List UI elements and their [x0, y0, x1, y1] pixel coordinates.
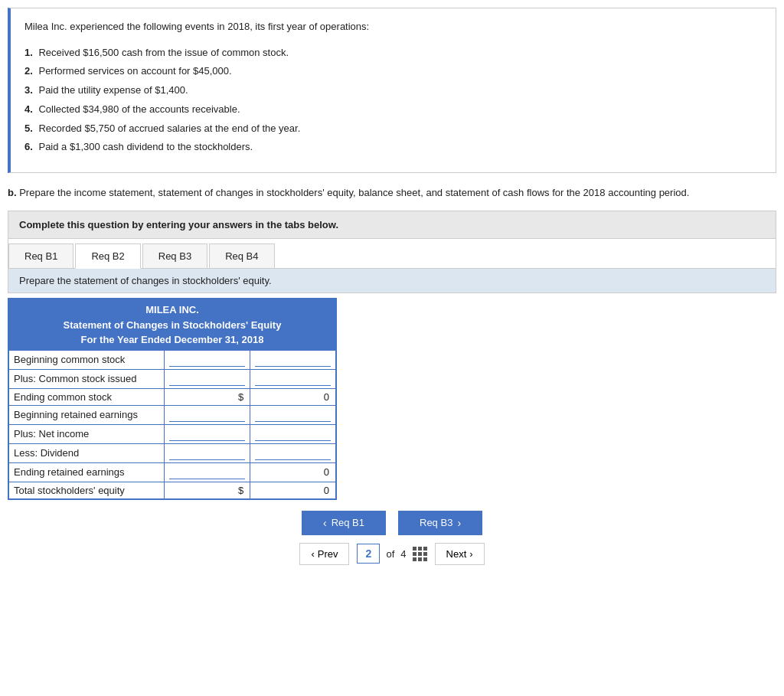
tabs-row: Req B1 Req B2 Req B3 Req B4: [8, 239, 776, 269]
input-plus-net-income-2[interactable]: [255, 427, 331, 441]
input-beginning-retained-2[interactable]: [255, 408, 331, 422]
next-button[interactable]: Next ›: [435, 543, 485, 565]
right-arrow-icon: ›: [457, 517, 461, 529]
problem-section: Milea Inc. experienced the following eve…: [8, 8, 776, 173]
row-label: Less: Dividend: [9, 443, 165, 462]
tab-instruction: Prepare the statement of changes in stoc…: [8, 269, 776, 292]
grid-icon[interactable]: [413, 547, 427, 561]
req-b3-label: Req B3: [420, 517, 452, 528]
next-arrow-icon: ›: [469, 548, 472, 560]
input-plus-common-issued-2[interactable]: [255, 372, 331, 386]
value-cell: 0: [250, 482, 336, 498]
input-beginning-retained-1[interactable]: [169, 408, 245, 422]
req-b1-button[interactable]: ‹ Req B1: [302, 511, 386, 535]
value-cell: 0: [250, 462, 336, 482]
financial-section: MILEA INC. Statement of Changes in Stock…: [8, 298, 776, 500]
value-cell[interactable]: [250, 350, 336, 369]
left-arrow-icon: ‹: [323, 517, 327, 529]
prev-button[interactable]: ‹ Prev: [299, 543, 349, 565]
bottom-nav: ‹ Prev 2 of 4 Next ›: [0, 543, 784, 565]
row-label: Plus: Common stock issued: [9, 369, 165, 388]
input-cell: $: [165, 388, 250, 405]
input-cell[interactable]: [165, 350, 250, 369]
total-pages: 4: [400, 548, 406, 560]
input-cell[interactable]: [165, 424, 250, 443]
part-b: b. Prepare the income statement, stateme…: [8, 185, 776, 201]
value-cell[interactable]: [250, 369, 336, 388]
tab-req-b1[interactable]: Req B1: [8, 243, 74, 268]
part-b-label: b.: [8, 187, 17, 198]
input-less-dividend-1[interactable]: [169, 446, 245, 460]
list-item: 3. Paid the utility expense of $1,400.: [24, 83, 762, 99]
tab-req-b2[interactable]: Req B2: [75, 243, 140, 269]
table-row: Ending retained earnings 0: [9, 462, 336, 482]
page-container: Milea Inc. experienced the following eve…: [0, 8, 784, 696]
table-row: Less: Dividend: [9, 443, 336, 462]
part-b-text: Prepare the income statement, statement …: [19, 187, 689, 198]
page-number[interactable]: 2: [357, 544, 380, 564]
input-plus-net-income-1[interactable]: [169, 427, 245, 441]
input-cell[interactable]: [165, 369, 250, 388]
problem-list: 1. Received $16,500 cash from the issue …: [24, 45, 762, 156]
row-label: Plus: Net income: [9, 424, 165, 443]
period: For the Year Ended December 31, 2018: [11, 332, 333, 348]
table-row: Plus: Common stock issued: [9, 369, 336, 388]
tab-req-b3[interactable]: Req B3: [142, 243, 207, 268]
req-b1-label: Req B1: [332, 517, 364, 528]
of-label: of: [386, 548, 394, 560]
value-cell[interactable]: [250, 443, 336, 462]
tab-req-b4[interactable]: Req B4: [209, 243, 274, 268]
next-label: Next: [446, 548, 467, 560]
row-label: Ending common stock: [9, 388, 165, 405]
company-name: MILEA INC.: [11, 302, 333, 318]
problem-intro: Milea Inc. experienced the following eve…: [24, 19, 762, 34]
input-cell: $: [165, 482, 250, 498]
instructions-text: Complete this question by entering your …: [19, 219, 338, 230]
input-ending-retained-1[interactable]: [169, 466, 245, 479]
input-cell[interactable]: [165, 443, 250, 462]
value-cell[interactable]: [250, 424, 336, 443]
page-indicator: 2 of 4: [357, 544, 426, 564]
list-item: 1. Received $16,500 cash from the issue …: [24, 45, 762, 61]
input-beginning-common-stock-2[interactable]: [255, 353, 331, 367]
input-beginning-common-stock-1[interactable]: [169, 353, 245, 367]
table-row: Total stockholders' equity $ 0: [9, 482, 336, 498]
table-row: Beginning retained earnings: [9, 405, 336, 424]
req-buttons: ‹ Req B1 Req B3 ›: [0, 511, 784, 535]
input-plus-common-issued-1[interactable]: [169, 372, 245, 386]
req-b3-button[interactable]: Req B3 ›: [398, 511, 482, 535]
fin-table-wrapper: MILEA INC. Statement of Changes in Stock…: [8, 298, 337, 500]
table-row: Ending common stock $ 0: [9, 388, 336, 405]
fin-header: MILEA INC. Statement of Changes in Stock…: [8, 299, 336, 350]
list-item: 4. Collected $34,980 of the accounts rec…: [24, 102, 762, 118]
input-cell[interactable]: [165, 405, 250, 424]
row-label: Beginning common stock: [9, 350, 165, 369]
list-item: 6. Paid a $1,300 cash dividend to the st…: [24, 139, 762, 155]
value-cell[interactable]: [250, 405, 336, 424]
input-less-dividend-2[interactable]: [255, 446, 331, 460]
prev-label: Prev: [318, 548, 338, 560]
input-cell[interactable]: [165, 462, 250, 482]
row-label: Ending retained earnings: [9, 462, 165, 482]
table-row: Beginning common stock: [9, 350, 336, 369]
instructions-box: Complete this question by entering your …: [8, 211, 776, 239]
fin-table: Beginning common stock Plus: Common stoc…: [8, 350, 336, 499]
table-row: Plus: Net income: [9, 424, 336, 443]
list-item: 5. Recorded $5,750 of accrued salaries a…: [24, 121, 762, 137]
row-label: Beginning retained earnings: [9, 405, 165, 424]
list-item: 2. Performed services on account for $45…: [24, 64, 762, 80]
statement-title: Statement of Changes in Stockholders' Eq…: [11, 318, 333, 333]
prev-arrow-icon: ‹: [311, 548, 314, 560]
tabs-container: Req B1 Req B2 Req B3 Req B4 Prepare the …: [8, 239, 776, 293]
row-label: Total stockholders' equity: [9, 482, 165, 498]
value-cell: 0: [250, 388, 336, 405]
